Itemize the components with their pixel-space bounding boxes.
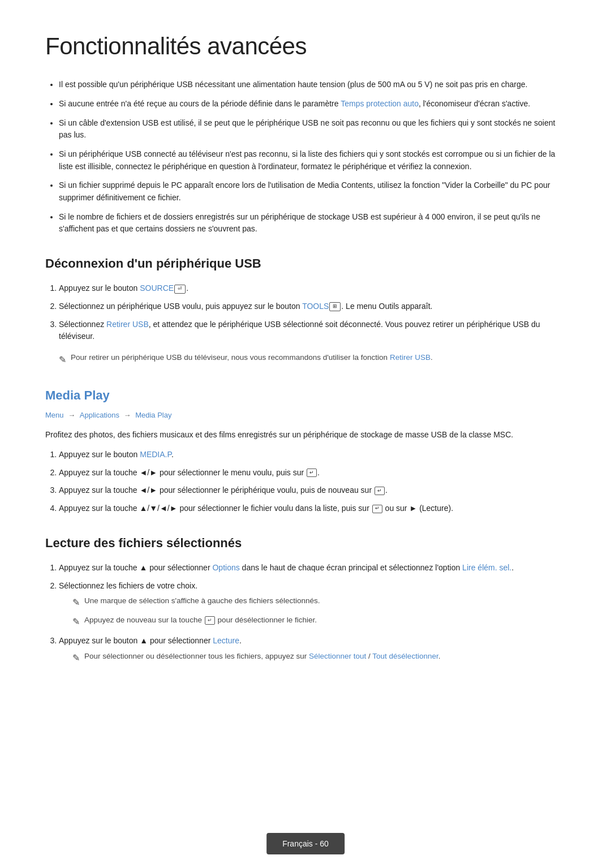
- note-text-2: Une marque de sélection s'affiche à gauc…: [84, 595, 320, 607]
- deconnexion-step-1: Appuyez sur le bouton SOURCE⏎.: [59, 282, 566, 295]
- bullet-1: Il est possible qu'un périphérique USB n…: [59, 79, 566, 91]
- link-source[interactable]: SOURCE: [140, 283, 174, 293]
- note-icon-1: ✎: [59, 353, 66, 367]
- deconnexion-step-2: Sélectionnez un périphérique USB voulu, …: [59, 300, 566, 313]
- deconnexion-steps: Appuyez sur le bouton SOURCE⏎. Sélection…: [45, 282, 566, 343]
- link-retirer-usb-2[interactable]: Retirer USB: [390, 353, 431, 362]
- page-footer: Français - 60: [266, 833, 345, 854]
- note-icon-4: ✎: [72, 651, 80, 665]
- lecture-step-1: Appuyez sur la touche ▲ pour sélectionne…: [59, 562, 566, 574]
- section-deconnexion: Déconnexion d'un périphérique USB Appuye…: [45, 253, 566, 367]
- deconnexion-step-3: Sélectionnez Retirer USB, et attendez qu…: [59, 319, 566, 343]
- source-icon: ⏎: [174, 285, 186, 294]
- section-lecture: Lecture des fichiers sélectionnés Appuye…: [45, 533, 566, 665]
- note-icon-2: ✎: [72, 596, 80, 610]
- enter-icon-4: ↵: [205, 616, 215, 625]
- breadcrumb: Menu → Applications → Media Play: [45, 410, 566, 422]
- note-text-3: Appuyez de nouveau sur la touche ↵ pour …: [84, 615, 317, 626]
- deconnexion-note: ✎ Pour retirer un périphérique USB du té…: [59, 352, 566, 367]
- link-tools[interactable]: TOOLS: [302, 302, 329, 311]
- mediaplay-step-1: Appuyez sur le bouton MEDIA.P.: [59, 449, 566, 461]
- bullet-6: Si le nombre de fichiers et de dossiers …: [59, 211, 566, 235]
- lecture-note-1: ✎ Une marque de sélection s'affiche à ga…: [72, 595, 566, 610]
- section-mediaplay-title: Media Play: [45, 385, 566, 405]
- enter-icon-2: ↵: [375, 487, 385, 495]
- breadcrumb-menu[interactable]: Menu: [45, 411, 64, 419]
- link-tout-deselectionner[interactable]: Tout désélectionner: [372, 652, 438, 660]
- breadcrumb-arrow-2: →: [124, 411, 134, 419]
- bullet-3: Si un câble d'extension USB est utilisé,…: [59, 117, 566, 141]
- page-title: Fonctionnalités avancées: [45, 27, 566, 65]
- mediaplay-steps: Appuyez sur le bouton MEDIA.P. Appuyez s…: [45, 449, 566, 515]
- enter-icon-3: ↵: [372, 505, 382, 513]
- note-icon-3: ✎: [72, 615, 80, 629]
- link-lecture[interactable]: Lecture: [213, 636, 239, 645]
- section-mediaplay: Media Play Menu → Applications → Media P…: [45, 385, 566, 515]
- link-selectionner-tout[interactable]: Sélectionner tout: [309, 652, 366, 660]
- section-deconnexion-title: Déconnexion d'un périphérique USB: [45, 253, 566, 273]
- bullet-5: Si un fichier supprimé depuis le PC appa…: [59, 179, 566, 204]
- enter-icon-1: ↵: [307, 469, 317, 477]
- bullet-4: Si un périphérique USB connecté au télév…: [59, 148, 566, 173]
- lecture-step-2: Sélectionnez les fichiers de votre choix…: [59, 580, 566, 629]
- mediaplay-step-4: Appuyez sur la touche ▲/▼/◄/► pour sélec…: [59, 502, 566, 515]
- mediaplay-intro: Profitez des photos, des fichiers musica…: [45, 428, 566, 441]
- breadcrumb-applications[interactable]: Applications: [80, 411, 119, 419]
- lecture-step-3: Appuyez sur le bouton ▲ pour sélectionne…: [59, 635, 566, 665]
- lecture-note-3: ✎ Pour sélectionner ou désélectionner to…: [72, 651, 566, 665]
- section-lecture-title: Lecture des fichiers sélectionnés: [45, 533, 566, 553]
- lecture-steps: Appuyez sur la touche ▲ pour sélectionne…: [45, 562, 566, 665]
- link-retirer-usb-1[interactable]: Retirer USB: [106, 320, 149, 329]
- tools-icon: ⊞: [329, 302, 341, 311]
- mediaplay-step-3: Appuyez sur la touche ◄/► pour sélection…: [59, 484, 566, 497]
- link-temps-protection[interactable]: Temps protection auto: [341, 99, 419, 108]
- breadcrumb-arrow-1: →: [68, 411, 78, 419]
- link-lire-elem[interactable]: Lire élém. sel.: [462, 563, 511, 572]
- bullet-2: Si aucune entrée n'a été reçue au cours …: [59, 98, 566, 110]
- link-options[interactable]: Options: [212, 563, 239, 572]
- breadcrumb-mediaplay[interactable]: Media Play: [135, 411, 171, 419]
- note-text-1: Pour retirer un périphérique USB du télé…: [71, 352, 433, 363]
- lecture-note-2: ✎ Appuyez de nouveau sur la touche ↵ pou…: [72, 615, 566, 629]
- link-mediap[interactable]: MEDIA.P: [140, 450, 171, 459]
- intro-bullets: Il est possible qu'un périphérique USB n…: [45, 79, 566, 235]
- note-text-4: Pour sélectionner ou désélectionner tous…: [84, 651, 440, 662]
- mediaplay-step-2: Appuyez sur la touche ◄/► pour sélection…: [59, 467, 566, 479]
